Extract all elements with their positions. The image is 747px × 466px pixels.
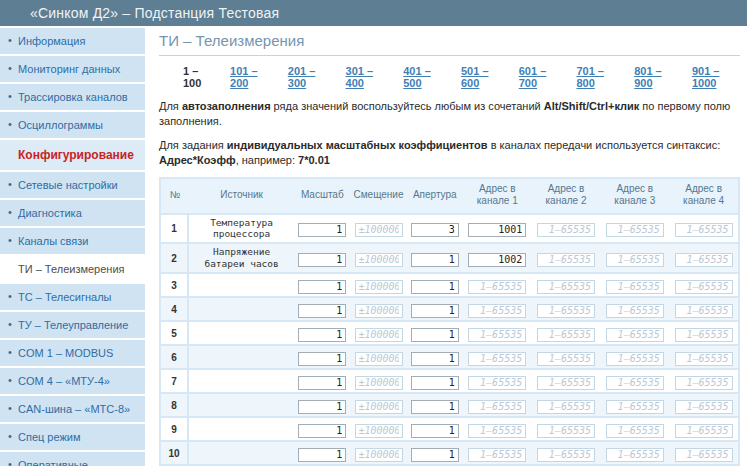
address-channel4-input[interactable] <box>675 304 733 318</box>
pagination-link[interactable]: 401 – 500 <box>403 65 446 89</box>
pagination-link[interactable]: 201 – 300 <box>288 65 331 89</box>
address-channel3-input[interactable] <box>606 223 664 237</box>
address-channel2-input[interactable] <box>537 400 595 414</box>
aperture-input[interactable] <box>411 223 459 237</box>
sidebar-item[interactable]: •COM 4 – «МТУ-4» <box>0 368 145 394</box>
offset-input[interactable] <box>355 280 403 294</box>
address-channel3-input[interactable] <box>606 400 664 414</box>
sidebar-item[interactable]: •Трассировка каналов <box>0 84 145 110</box>
address-channel2-input[interactable] <box>537 352 595 366</box>
scale-input[interactable] <box>298 352 346 366</box>
offset-input[interactable] <box>355 223 403 237</box>
aperture-input[interactable] <box>411 328 459 342</box>
sidebar-item-label: ТС – Телесигналы <box>18 291 111 303</box>
scale-input[interactable] <box>298 223 346 237</box>
sidebar-item[interactable]: •CAN-шина – «МТС-8» <box>0 396 145 422</box>
scale-input[interactable] <box>298 400 346 414</box>
address-channel2-input[interactable] <box>537 223 595 237</box>
pagination-link[interactable]: 601 – 700 <box>519 65 562 89</box>
address-channel2-input[interactable] <box>537 448 595 462</box>
scale-input[interactable] <box>298 376 346 390</box>
address-channel2-input[interactable] <box>537 376 595 390</box>
offset-input[interactable] <box>355 400 403 414</box>
sidebar-item-label: ТУ – Телеуправление <box>18 319 128 331</box>
row-number: 6 <box>161 344 189 368</box>
sidebar-item[interactable]: •Диагностика <box>0 200 145 226</box>
address-channel1-input[interactable] <box>468 223 526 237</box>
address-channel4-input[interactable] <box>675 400 733 414</box>
address-channel3-input[interactable] <box>606 448 664 462</box>
aperture-input[interactable] <box>411 376 459 390</box>
address-channel1-input[interactable] <box>468 352 526 366</box>
scale-input[interactable] <box>298 328 346 342</box>
pagination-link[interactable]: 501 – 600 <box>461 65 504 89</box>
address-channel4-input[interactable] <box>675 253 733 267</box>
address-channel3-input[interactable] <box>606 280 664 294</box>
aperture-input[interactable] <box>411 400 459 414</box>
address-channel1-input[interactable] <box>468 448 526 462</box>
pagination-link[interactable]: 101 – 200 <box>230 65 273 89</box>
sidebar-item[interactable]: •Информация <box>0 28 145 54</box>
table-header: №ИсточникМасштабСмещениеАпертураАдрес в … <box>161 179 738 213</box>
address-channel3-input[interactable] <box>606 376 664 390</box>
address-channel4-input[interactable] <box>675 352 733 366</box>
offset-input[interactable] <box>355 253 403 267</box>
address-channel1-input[interactable] <box>468 280 526 294</box>
address-channel4-input[interactable] <box>675 328 733 342</box>
sidebar-item[interactable]: •Осциллограммы <box>0 112 145 138</box>
address-channel1-input[interactable] <box>468 253 526 267</box>
aperture-input[interactable] <box>411 280 459 294</box>
sidebar-item[interactable]: •ТУ – Телеуправление <box>0 312 145 338</box>
scale-input[interactable] <box>298 280 346 294</box>
pagination-link[interactable]: 301 – 400 <box>346 65 389 89</box>
address-channel2-input[interactable] <box>537 424 595 438</box>
scale-input[interactable] <box>298 304 346 318</box>
address-channel4-input[interactable] <box>675 376 733 390</box>
address-channel4-input[interactable] <box>675 223 733 237</box>
sidebar-item[interactable]: •Сетевые настройки <box>0 172 145 198</box>
address-channel1-input[interactable] <box>468 304 526 318</box>
aperture-input[interactable] <box>411 352 459 366</box>
scale-input[interactable] <box>298 448 346 462</box>
address-channel1-input[interactable] <box>468 400 526 414</box>
sidebar-item[interactable]: •Спец режим <box>0 424 145 450</box>
address-channel4-input[interactable] <box>675 280 733 294</box>
sidebar-item[interactable]: •Мониторинг данных <box>0 56 145 82</box>
sidebar-item[interactable]: ТИ – Телеизмерения <box>0 256 145 282</box>
offset-input[interactable] <box>355 376 403 390</box>
address-channel1-input[interactable] <box>468 424 526 438</box>
address-channel3-input[interactable] <box>606 304 664 318</box>
aperture-input[interactable] <box>411 424 459 438</box>
sidebar-item[interactable]: •Оперативные блокировки <box>0 452 145 466</box>
address-channel3-input[interactable] <box>606 328 664 342</box>
aperture-input[interactable] <box>411 304 459 318</box>
sidebar-item[interactable]: •ТС – Телесигналы <box>0 284 145 310</box>
sidebar-item[interactable]: •COM 1 – MODBUS <box>0 340 145 366</box>
pagination-link[interactable]: 701 – 800 <box>576 65 619 89</box>
offset-input[interactable] <box>355 304 403 318</box>
scale-input[interactable] <box>298 424 346 438</box>
address-channel2-input[interactable] <box>537 304 595 318</box>
offset-input[interactable] <box>355 424 403 438</box>
pagination-link[interactable]: 801 – 900 <box>634 65 677 89</box>
address-channel1-input[interactable] <box>468 376 526 390</box>
offset-input[interactable] <box>355 328 403 342</box>
source-cell <box>189 392 294 416</box>
address-channel1-input[interactable] <box>468 328 526 342</box>
aperture-input[interactable] <box>411 448 459 462</box>
bullet-icon: • <box>8 430 12 442</box>
address-channel4-input[interactable] <box>675 448 733 462</box>
offset-input[interactable] <box>355 352 403 366</box>
address-channel2-input[interactable] <box>537 280 595 294</box>
aperture-input[interactable] <box>411 253 459 267</box>
address-channel2-input[interactable] <box>537 253 595 267</box>
address-channel3-input[interactable] <box>606 424 664 438</box>
pagination-link[interactable]: 901 – 1000 <box>692 65 740 89</box>
address-channel2-input[interactable] <box>537 328 595 342</box>
address-channel4-input[interactable] <box>675 424 733 438</box>
scale-input[interactable] <box>298 253 346 267</box>
offset-input[interactable] <box>355 448 403 462</box>
address-channel3-input[interactable] <box>606 253 664 267</box>
address-channel3-input[interactable] <box>606 352 664 366</box>
sidebar-item[interactable]: •Каналы связи <box>0 228 145 254</box>
